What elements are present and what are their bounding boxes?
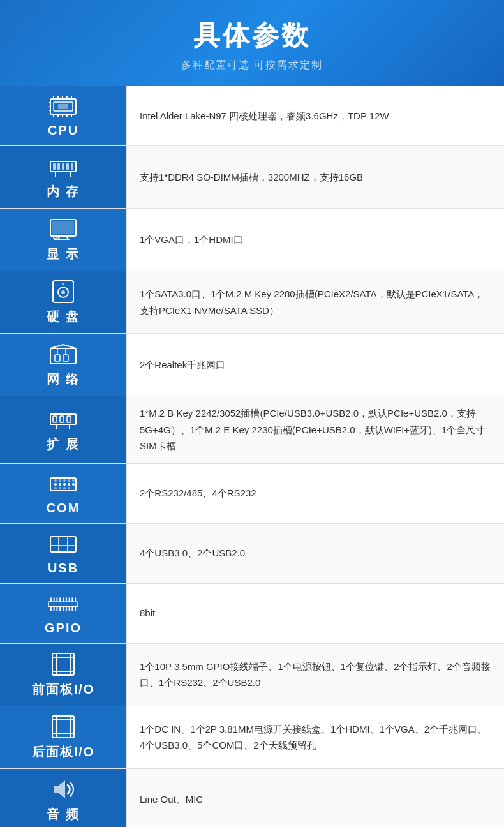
icon-label-com: COM	[47, 501, 80, 516]
icon-cell-display: 显 示	[0, 209, 126, 271]
specs-row-cpu: CPUIntel Alder Lake-N97 四核处理器，睿频3.6GHz，T…	[0, 86, 504, 146]
svg-rect-88	[56, 657, 70, 671]
value-cell-expansion: 1*M.2 B Key 2242/3052插槽(PCIe/USB3.0+USB2…	[126, 396, 504, 463]
svg-point-36	[61, 290, 65, 294]
icon-label-network: 网 络	[47, 371, 80, 388]
icon-label-usb: USB	[48, 561, 78, 576]
specs-row-display: 显 示1个VGA口，1个HDMI口	[0, 209, 504, 271]
value-cell-memory: 支持1*DDR4 SO-DIMM插槽，3200MHZ，支持16GB	[126, 146, 504, 208]
svg-point-55	[59, 479, 61, 482]
icon-cell-memory: 内 存	[0, 146, 126, 208]
value-cell-rear-panel: 1个DC IN、1个2P 3.81MM电源开关接线盒、1个HDMI、1个VGA、…	[126, 706, 504, 768]
front-panel-icon	[48, 652, 78, 677]
specs-row-front-panel: 前面板I/O1个10P 3.5mm GPIO接线端子、1个电源按钮、1个复位键、…	[0, 644, 504, 706]
svg-point-56	[63, 479, 66, 482]
storage-icon	[48, 279, 78, 304]
value-cell-cpu: Intel Alder Lake-N97 四核处理器，睿频3.6GHz，TDP …	[126, 86, 504, 145]
svg-point-53	[68, 483, 70, 486]
specs-row-audio: 音 频Line Out、MIC	[0, 769, 504, 828]
expansion-icon	[48, 406, 78, 432]
rear-panel-icon	[48, 714, 78, 740]
svg-point-59	[72, 483, 75, 486]
value-cell-gpio: 8bit	[126, 584, 504, 643]
specs-row-usb: USB4个USB3.0、2个USB2.0	[0, 524, 504, 584]
icon-label-expansion: 扩 展	[47, 436, 80, 453]
specs-row-gpio: GPIO8bit	[0, 584, 504, 644]
specs-row-rear-panel: 后面板I/O1个DC IN、1个2P 3.81MM电源开关接线盒、1个HDMI、…	[0, 706, 504, 769]
specs-row-memory: 内 存支持1*DDR4 SO-DIMM插槽，3200MHZ，支持16GB	[0, 146, 504, 209]
svg-rect-46	[67, 416, 71, 422]
svg-rect-39	[55, 355, 60, 361]
header-subtitle: 多种配置可选 可按需求定制	[13, 59, 491, 72]
usb-icon	[48, 532, 78, 557]
icon-cell-storage: 硬 盘	[0, 271, 126, 333]
svg-rect-20	[53, 163, 56, 170]
icon-cell-audio: 音 频	[0, 769, 126, 828]
specs-row-network: 网 络2个Realtek千兆网口	[0, 334, 504, 396]
svg-point-61	[59, 487, 61, 489]
com-icon	[48, 472, 78, 497]
icon-cell-front-panel: 前面板I/O	[0, 644, 126, 706]
icon-label-audio: 音 频	[47, 806, 80, 823]
display-icon	[48, 216, 78, 242]
svg-point-60	[54, 487, 57, 489]
icon-cell-rear-panel: 后面板I/O	[0, 706, 126, 768]
svg-rect-23	[66, 163, 69, 170]
header: 具体参数 多种配置可选 可按需求定制	[0, 0, 504, 86]
svg-point-54	[54, 479, 57, 482]
audio-icon	[48, 777, 78, 802]
svg-point-37	[62, 283, 64, 285]
svg-rect-64	[50, 537, 76, 552]
svg-point-50	[54, 483, 57, 486]
value-cell-com: 2个RS232/485、4个RS232	[126, 464, 504, 523]
specs-row-expansion: 扩 展1*M.2 B Key 2242/3052插槽(PCIe/USB3.0+U…	[0, 396, 504, 464]
value-cell-front-panel: 1个10P 3.5mm GPIO接线端子、1个电源按钮、1个复位键、2个指示灯、…	[126, 644, 504, 706]
specs-row-com: COM2个RS232/485、4个RS232	[0, 464, 504, 524]
header-title: 具体参数	[13, 18, 491, 54]
svg-rect-18	[58, 104, 68, 109]
specs-row-storage: 硬 盘1个SATA3.0口、1个M.2 M Key 2280插槽(PCIeX2/…	[0, 271, 504, 334]
memory-icon	[48, 154, 78, 179]
svg-point-52	[63, 483, 66, 486]
icon-cell-cpu: CPU	[0, 86, 126, 145]
network-icon	[48, 341, 78, 367]
value-cell-display: 1个VGA口，1个HDMI口	[126, 209, 504, 271]
svg-point-58	[72, 479, 75, 482]
icon-cell-usb: USB	[0, 524, 126, 583]
value-cell-network: 2个Realtek千兆网口	[126, 334, 504, 396]
cpu-icon	[48, 94, 78, 119]
svg-rect-98	[56, 720, 70, 734]
svg-point-51	[59, 483, 61, 486]
icon-label-gpio: GPIO	[45, 621, 82, 636]
svg-rect-33	[54, 236, 56, 239]
icon-label-display: 显 示	[47, 246, 80, 263]
icon-label-storage: 硬 盘	[47, 308, 80, 325]
svg-rect-22	[62, 163, 64, 170]
icon-cell-com: COM	[0, 464, 126, 523]
svg-rect-21	[57, 163, 60, 170]
icon-cell-gpio: GPIO	[0, 584, 126, 643]
icon-cell-expansion: 扩 展	[0, 396, 126, 463]
icon-label-memory: 内 存	[47, 183, 80, 200]
svg-rect-40	[63, 355, 68, 361]
svg-rect-24	[71, 163, 73, 170]
specs-table: CPUIntel Alder Lake-N97 四核处理器，睿频3.6GHz，T…	[0, 86, 504, 827]
value-cell-storage: 1个SATA3.0口、1个M.2 M Key 2280插槽(PCIeX2/SAT…	[126, 271, 504, 333]
value-cell-audio: Line Out、MIC	[126, 769, 504, 828]
svg-point-63	[68, 487, 70, 489]
svg-rect-68	[48, 602, 78, 607]
svg-point-62	[63, 487, 66, 489]
gpio-icon	[48, 592, 78, 617]
icon-label-rear-panel: 后面板I/O	[32, 743, 95, 761]
value-cell-usb: 4个USB3.0、2个USB2.0	[126, 524, 504, 583]
icon-label-cpu: CPU	[48, 123, 78, 138]
svg-rect-28	[52, 221, 74, 234]
icon-label-front-panel: 前面板I/O	[32, 681, 95, 698]
svg-rect-45	[60, 416, 64, 422]
icon-cell-network: 网 络	[0, 334, 126, 396]
svg-rect-44	[53, 416, 57, 422]
svg-point-57	[68, 479, 70, 482]
